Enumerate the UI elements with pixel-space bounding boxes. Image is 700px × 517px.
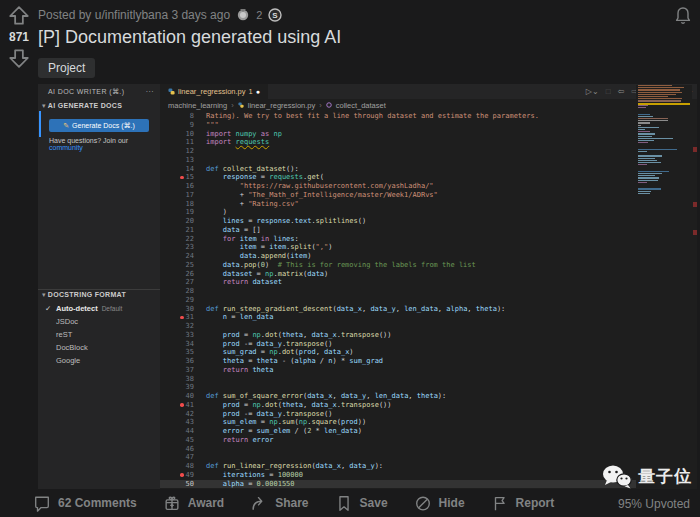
- comments-button[interactable]: 62 Comments: [33, 494, 137, 513]
- post-image-vscode-screenshot[interactable]: AI DOC WRITER (⌘.) ··· ▾AI GENERATE DOCS…: [38, 84, 697, 489]
- back-icon[interactable]: ⇦: [617, 88, 624, 96]
- check-icon: ✓: [45, 302, 51, 315]
- modified-dot-icon[interactable]: ●: [256, 88, 260, 95]
- code-line-9: 9""": [160, 121, 636, 130]
- pencil-icon: ✎: [63, 122, 69, 130]
- code-line-10: 10import numpy as np: [160, 130, 636, 139]
- run-icon[interactable]: ▷⌄: [586, 88, 599, 96]
- code-line-45: 45 return error: [160, 436, 636, 445]
- report-button[interactable]: Report: [491, 494, 555, 513]
- notification-bell-icon[interactable]: [674, 6, 692, 26]
- code-line-47: 47: [160, 453, 636, 462]
- code-line-18: 18 + "Rating.csv": [160, 200, 636, 209]
- post-meta: Posted by u/infinitlybana 3 days ago 2 S: [38, 8, 282, 22]
- section-docstring-format[interactable]: ▾DOCSTRING FORMAT: [42, 291, 126, 299]
- coin-award-icon[interactable]: S: [268, 8, 282, 22]
- generate-docs-button[interactable]: ✎ Generate Docs (⌘.): [49, 119, 149, 132]
- code-line-30: 30def run_steep_gradient_descent(data_x,…: [160, 305, 636, 314]
- vscode-sidebar: AI DOC WRITER (⌘.) ··· ▾AI GENERATE DOCS…: [38, 84, 160, 489]
- editor-tabbar: linear_regression.py 1 ● ▷⌄ □ ⇦ ⇨ ⟳ ◑ ◫ …: [160, 84, 697, 99]
- breadcrumb[interactable]: machine_learning›linear_regression.py›co…: [168, 99, 386, 111]
- community-link[interactable]: community: [49, 144, 83, 151]
- code-line-12: 12: [160, 147, 636, 156]
- code-line-16: 16 "https://raw.githubusercontent.com/ya…: [160, 182, 636, 191]
- minimap[interactable]: [636, 85, 692, 345]
- hide-button[interactable]: Hide: [414, 494, 465, 513]
- watermark-text: 量子位: [638, 465, 692, 488]
- format-option-auto-detect[interactable]: ✓Auto-detectDefault: [38, 302, 160, 315]
- wechat-icon: [602, 464, 632, 489]
- code-line-39: 39: [160, 383, 636, 392]
- breadcrumb-item[interactable]: collect_dataset: [336, 101, 386, 110]
- code-line-28: 28: [160, 287, 636, 296]
- code-line-44: 44 error = sum_elem / (2 * len_data): [160, 427, 636, 436]
- code-line-42: 42 prod -= data_y.transpose(): [160, 410, 636, 419]
- error-dot-icon: [180, 473, 184, 477]
- downvote-button[interactable]: [8, 48, 30, 68]
- code-line-21: 21 data = []: [160, 226, 636, 235]
- vscode-editor: linear_regression.py 1 ● ▷⌄ □ ⇦ ⇨ ⟳ ◑ ◫ …: [160, 84, 697, 489]
- upvote-button[interactable]: [8, 6, 30, 26]
- post-flair[interactable]: Project: [38, 58, 95, 78]
- code-line-35: 35 sum_grad = np.dot(prod, data_x): [160, 348, 636, 357]
- python-file-icon: [238, 102, 244, 108]
- code-line-29: 29: [160, 296, 636, 305]
- share-button[interactable]: Share: [250, 494, 308, 513]
- code-line-32: 32: [160, 322, 636, 331]
- flag-icon: [491, 494, 509, 513]
- docstring-format-list: ✓Auto-detectDefaultJSDocreSTDocBlockGoog…: [38, 302, 160, 367]
- hide-icon: [414, 494, 432, 513]
- breadcrumb-separator: ›: [319, 101, 322, 110]
- code-line-40: 40def sum_of_square_error(data_x, data_y…: [160, 392, 636, 401]
- silver-award-icon[interactable]: [236, 8, 250, 22]
- format-option-jsdoc[interactable]: JSDoc: [38, 315, 160, 328]
- code-line-19: 19 ): [160, 208, 636, 217]
- overview-ruler: [693, 84, 697, 462]
- code-line-43: 43 sum_elem = np.sum(np.square(prod)): [160, 418, 636, 427]
- format-option-docblock[interactable]: DocBlock: [38, 341, 160, 354]
- comment-icon: [33, 494, 51, 513]
- breadcrumb-separator: ›: [231, 101, 234, 110]
- help-text: Have questions? Join our community: [49, 137, 160, 151]
- code-line-24: 24 data.append(item): [160, 252, 636, 261]
- error-dot-icon: [180, 176, 184, 180]
- more-actions-icon[interactable]: ···: [146, 88, 154, 96]
- code-line-15: 15 response = requests.get(: [160, 173, 636, 182]
- code-line-13: 13: [160, 156, 636, 165]
- open-changes-icon[interactable]: □: [606, 88, 611, 96]
- upvote-percentage: 95% Upvoted: [618, 497, 690, 511]
- posted-by[interactable]: Posted by u/infinitlybana 3 days ago: [38, 8, 230, 22]
- share-icon: [250, 494, 268, 513]
- code-line-26: 26 dataset = np.matrix(data): [160, 270, 636, 279]
- award-icon: [163, 494, 181, 513]
- code-line-23: 23 item = item.split(","): [160, 243, 636, 252]
- award-count: 2: [256, 9, 262, 21]
- award-button[interactable]: Award: [163, 494, 224, 513]
- section-ai-generate-docs[interactable]: ▾AI GENERATE DOCS: [42, 102, 122, 110]
- vote-count: 871: [0, 30, 38, 44]
- extension-title: AI DOC WRITER (⌘.): [48, 88, 124, 96]
- svg-text:S: S: [273, 11, 279, 20]
- breadcrumb-item[interactable]: linear_regression.py: [248, 101, 316, 110]
- symbol-method-icon: [326, 102, 332, 108]
- format-option-rest[interactable]: reST: [38, 328, 160, 341]
- reddit-post: 871 Posted by u/infinitlybana 3 days ago…: [0, 0, 700, 517]
- chevron-down-icon: ▾: [42, 102, 46, 109]
- tab-linear-regression[interactable]: linear_regression.py 1 ●: [160, 84, 268, 99]
- post-title: [P] Documentation generated using AI: [38, 27, 341, 48]
- code-line-8: 8Rating). We try to best fit a line thro…: [160, 112, 636, 121]
- format-option-google[interactable]: Google: [38, 354, 160, 367]
- chevron-down-icon: ▾: [42, 291, 46, 298]
- breadcrumb-item[interactable]: machine_learning: [168, 101, 227, 110]
- code-line-17: 17 + "The_Math_of_Intelligence/master/We…: [160, 191, 636, 200]
- post-action-bar: 62 CommentsAwardShareSaveHideReport: [33, 491, 554, 515]
- code-line-20: 20 lines = response.text.splitlines(): [160, 217, 636, 226]
- code-line-27: 27 return dataset: [160, 278, 636, 287]
- save-button[interactable]: Save: [335, 494, 388, 513]
- code-line-49: 49 iterations = 100000: [160, 471, 636, 480]
- code-line-11: 11import requests: [160, 138, 636, 147]
- code-line-22: 22 for item in lines:: [160, 235, 636, 244]
- code-line-41: 41 prod = np.dot(theta, data_x.transpose…: [160, 401, 636, 410]
- sidebar-focus-bar: [39, 111, 41, 137]
- code-line-50: 50 alpha = 0.0001550: [160, 480, 636, 489]
